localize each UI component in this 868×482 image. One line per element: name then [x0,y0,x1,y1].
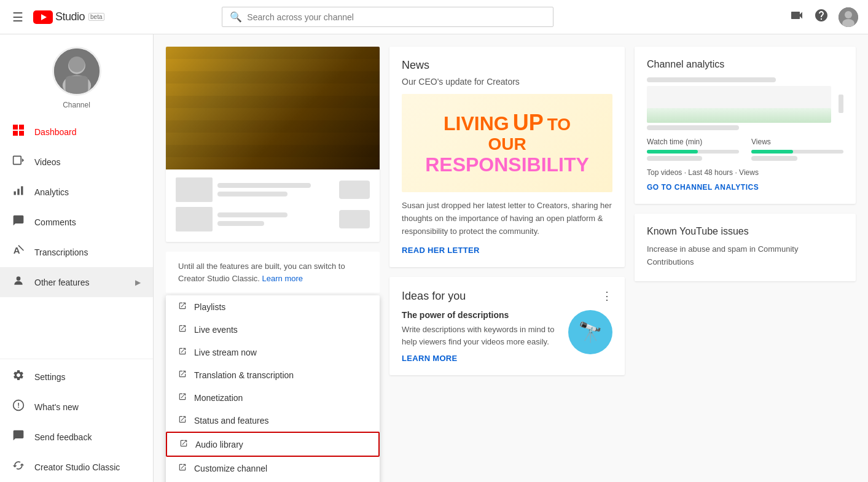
logo[interactable]: Studio beta [33,10,104,24]
settings-icon [12,369,25,384]
news-headline: LIVING UP TO OUR RESPONSIBILITY [425,111,589,176]
dropdown-item-playlists[interactable]: Playlists [166,295,380,318]
sidebar-avatar-section: Channel [0,34,153,117]
sidebar-item-send-feedback[interactable]: Send feedback [0,422,153,452]
external-link-icon-live-stream [178,347,187,357]
dropdown-label-monetization: Monetization [194,393,243,403]
video-thumbnail [166,47,380,169]
sidebar-item-settings[interactable]: Settings [0,362,153,392]
blur-thumb [176,177,213,202]
sidebar-item-transcriptions[interactable]: A Transcriptions [0,237,153,267]
dropdown-item-audio-library[interactable]: Audio library [166,432,380,457]
watch-time-bar-bg [647,150,739,154]
topbar: ☰ Studio beta 🔍 [0,0,868,34]
news-title: News [402,59,612,72]
ideas-more-options-button[interactable]: ⋮ [601,289,612,303]
headline-living: LIVING [444,113,509,134]
sidebar-bottom: Settings ! What's new Send feedback [0,359,153,482]
headline-up: UP [513,111,544,135]
video-info [166,169,380,242]
graph-fill [647,108,831,123]
sidebar: Channel Dashboard Videos [0,34,154,482]
svg-point-20 [17,276,21,281]
graph-main [647,86,831,123]
ideas-card: Ideas for you ⋮ The power of description… [389,277,625,375]
dropdown-item-status-features[interactable]: Status and features [166,409,380,432]
right-sidebar-panel: Channel analytics [635,47,856,470]
headline-responsibility: RESPONSIBILITY [425,154,589,176]
blur-text-group [217,179,334,200]
issues-title: Known YouTube issues [647,226,843,237]
blurred-row-2 [176,206,370,232]
search-bar[interactable]: 🔍 [222,7,553,27]
video-card [166,47,380,242]
help-icon[interactable] [814,8,829,26]
svg-rect-16 [14,192,16,195]
ideas-learn-more-link[interactable]: LEARN MORE [402,354,561,363]
stat-views: Views [751,138,843,161]
issues-body: Increase in abuse and spam in Community … [647,243,843,269]
dropdown-label-playlists: Playlists [194,302,225,312]
analytics-icon [12,184,25,200]
dropdown-label-live-events: Live events [194,325,238,335]
read-her-letter-link[interactable]: READ HER LETTER [402,246,480,255]
dropdown-item-translation[interactable]: Translation & transcription [166,363,380,386]
avatar-image [839,7,858,27]
main-left: Until all the features are built, you ca… [166,47,380,470]
watch-time-bar-fill [647,150,698,154]
ideas-item: The power of descriptions Write descript… [402,310,612,363]
dropdown-item-customize-channel[interactable]: Customize channel [166,457,380,480]
news-image: LIVING UP TO OUR RESPONSIBILITY [402,94,612,192]
views-bar-bg [751,150,843,154]
news-subtitle: Our CEO's update for Creators [402,77,612,87]
blur-thumb-2 [176,207,213,231]
topbar-left: ☰ Studio beta [10,7,104,27]
dropdown-label-translation: Translation & transcription [194,370,294,380]
other-features-arrow-icon: ▶ [135,278,141,287]
graph-right-indicator [839,77,843,130]
sidebar-item-creator-studio-classic[interactable]: Creator Studio Classic [0,452,153,482]
youtube-logo-icon [33,10,53,24]
topbar-right [789,7,858,27]
dropdown-item-monetization[interactable]: Monetization [166,386,380,409]
learn-more-link[interactable]: Learn more [262,274,303,283]
search-input[interactable] [247,12,545,22]
dropdown-item-live-stream-now[interactable]: Live stream now [166,341,380,363]
news-card: News Our CEO's update for Creators LIVIN… [389,47,625,267]
analytics-graph-area [647,77,843,130]
dropdown-item-vr-heatmaps[interactable]: VR heatmaps [166,480,380,482]
blur-line-stat-2 [339,210,370,228]
ideas-title: Ideas for you [402,290,466,303]
blurred-row-1 [176,177,370,203]
search-icon: 🔍 [230,11,242,23]
sidebar-item-comments[interactable]: Comments [0,207,153,237]
views-value [751,156,797,161]
sidebar-item-dashboard[interactable]: Dashboard [0,117,153,147]
dropdown-menu: Playlists Live events Live stream now [166,295,380,482]
sidebar-nav: Dashboard Videos Analytics [0,117,153,359]
analytics-card-title: Channel analytics [647,59,843,70]
svg-text:!: ! [17,401,20,409]
create-video-icon[interactable] [789,8,804,26]
svg-rect-12 [13,131,18,136]
blur-line-long [217,183,311,188]
sidebar-item-videos[interactable]: Videos [0,147,153,177]
external-link-icon-audio [179,439,188,449]
go-to-channel-analytics-link[interactable]: GO TO CHANNEL ANALYTICS [647,183,759,192]
analytics-footer: Top videos · Last 48 hours · Views [647,168,843,177]
watch-time-label: Watch time (min) [647,138,739,146]
svg-point-8 [69,56,85,72]
creator-studio-classic-icon [12,459,25,475]
avatar[interactable] [839,7,858,27]
sidebar-item-other-features[interactable]: Other features ▶ [0,267,153,297]
sidebar-item-analytics[interactable]: Analytics [0,177,153,207]
sidebar-item-label-analytics: Analytics [34,187,69,197]
logo-beta-badge: beta [88,13,104,21]
svg-rect-17 [17,189,19,195]
sidebar-avatar[interactable] [52,47,101,96]
sidebar-item-whats-new[interactable]: ! What's new [0,392,153,422]
hamburger-button[interactable]: ☰ [10,7,26,27]
dropdown-item-live-events[interactable]: Live events [166,318,380,341]
ideas-header: Ideas for you ⋮ [402,289,612,303]
dashboard-icon [12,124,25,139]
